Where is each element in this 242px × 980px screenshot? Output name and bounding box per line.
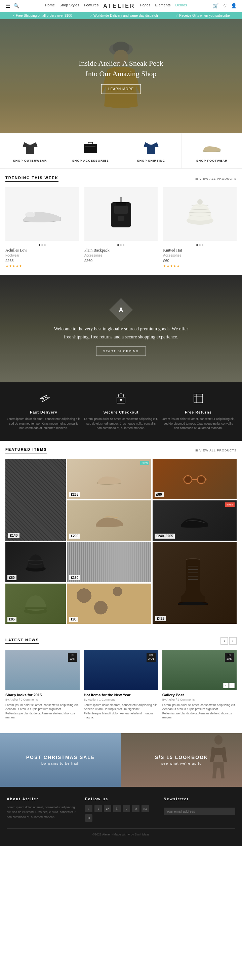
latest-news-section: LATEST NEWS ‹ › 09 JAN Sharp looks for 2… <box>0 630 242 727</box>
featured-price-8: £85 <box>7 617 16 622</box>
news-badge-2: 09 JAN <box>225 653 234 662</box>
news-article-title-0: Sharp looks for 2015 <box>5 693 80 697</box>
featured-item-4[interactable]: £240–£265 SALE <box>152 500 237 541</box>
trending-header: TRENDING THIS WEEK ⊞ VIEW ALL PRODUCTS <box>5 176 237 182</box>
social-google-plus[interactable]: g+ <box>104 805 111 812</box>
featured-item-1[interactable]: £265 NEW <box>67 459 151 499</box>
hero-title: Inside Atelier: A Sneak Peek Into Our Am… <box>79 58 163 79</box>
top-banner: ✓ Free Shipping on all orders over $100 … <box>0 12 242 19</box>
svg-rect-13 <box>118 216 124 221</box>
free-returns-icon <box>192 392 204 407</box>
product-knitted-hat[interactable]: Knitted Hat Accessories £60 ★★★★★ <box>163 187 237 268</box>
product-name-0: Achilles Low <box>5 248 79 253</box>
featured-item-8[interactable]: £85 <box>5 584 66 624</box>
banner-item-1: ✓ Worldwide Delivery and same-day dispat… <box>90 14 158 18</box>
featured-item-6[interactable]: £150 <box>67 542 151 582</box>
nav-shop-styles[interactable]: Shop Styles <box>59 3 79 9</box>
social-youtube[interactable]: yt <box>132 805 139 812</box>
social-twitter[interactable]: t <box>95 805 102 812</box>
featured-price-6: £150 <box>69 575 80 580</box>
nav-demos[interactable]: Demos <box>175 3 187 9</box>
navbar: ☰ 🔍 Home Shop Styles Features ATELIER Pa… <box>0 0 242 12</box>
menu-icon[interactable]: ☰ <box>5 3 10 9</box>
wishlist-icon[interactable]: ♡ <box>223 3 227 9</box>
news-img-0: 09 JAN <box>5 650 80 690</box>
cat-shirting[interactable]: SHOP SHIRTING <box>121 134 181 169</box>
cat-outerwear-icon <box>20 140 40 156</box>
promo-left[interactable]: POST CHRISTMAS SALE Bargains to be had! <box>0 733 121 787</box>
footer-about-text: Lorem ipsum dolor sit amet, consectetur … <box>7 805 78 819</box>
cat-accessories[interactable]: SHOP ACCESSORIES <box>61 134 121 169</box>
svg-point-36 <box>215 735 223 745</box>
social-linkedin[interactable]: in <box>113 805 121 812</box>
news-prev-button[interactable]: ‹ <box>221 637 228 644</box>
middle-banner-text: Welcome to the very best in globally sou… <box>54 325 188 341</box>
search-icon[interactable]: 🔍 <box>13 3 19 9</box>
nav-home[interactable]: Home <box>45 3 55 9</box>
product-plain-backpack[interactable]: Plain Backpack Accessories £260 <box>84 187 158 268</box>
secure-checkout-icon <box>115 392 127 407</box>
product-sub-1: Accessories <box>84 253 158 257</box>
svg-point-26 <box>198 477 204 483</box>
footer-newsletter-title: Newsletter <box>164 797 235 801</box>
category-grid: SHOP OUTERWEAR SHOP ACCESSORIES SHOP SHI… <box>0 133 242 169</box>
footer: About Atelier Lorem ipsum dolor sit amet… <box>0 787 242 846</box>
news-article-text-1: Lorem ipsum dolor sit amet, consectetur … <box>84 703 158 720</box>
nav-features[interactable]: Features <box>84 3 98 9</box>
feature-text-1: Lorem ipsum dolor sit amet, consectetur … <box>84 417 158 431</box>
news-badge-0: 09 JAN <box>68 653 77 662</box>
product-stars-0: ★★★★★ <box>5 264 79 268</box>
gallery-prev[interactable]: ‹ <box>223 683 229 688</box>
news-nav: ‹ › <box>221 637 237 644</box>
hero-learn-more-button[interactable]: LEARN MORE <box>101 84 141 94</box>
social-other[interactable]: ⊕ <box>85 814 93 822</box>
trending-view-all[interactable]: ⊞ VIEW ALL PRODUCTS <box>195 177 237 180</box>
trending-section: TRENDING THIS WEEK ⊞ VIEW ALL PRODUCTS A… <box>0 169 242 275</box>
cat-shirting-label: SHOP SHIRTING <box>137 159 165 162</box>
promo-right[interactable]: S/S 15 LOOKBOOK see what we're up to <box>121 733 242 787</box>
user-icon[interactable]: 👤 <box>231 3 237 9</box>
banner-item-0: ✓ Free Shipping on all orders over $100 <box>12 14 72 18</box>
news-article-1[interactable]: 09 JAN Hot items for the New Year By Ate… <box>84 650 158 720</box>
start-shopping-button[interactable]: START SHOPPING <box>96 347 146 356</box>
banner-item-2: ✓ Receive Gifts when you subscribe <box>175 14 229 18</box>
cat-outerwear[interactable]: SHOP OUTERWEAR <box>0 134 60 169</box>
featured-view-all[interactable]: ⊞ VIEW ALL PRODUCTS <box>195 449 237 452</box>
product-achilles-low[interactable]: Achilles Low Footwear £265 ★★★★★ <box>5 187 79 268</box>
cat-accessories-icon <box>80 140 101 156</box>
footer-newsletter: Newsletter <box>164 797 235 822</box>
footer-copyright: ©2022 Atelier - Made with ♥ by Swift Ide… <box>7 829 235 836</box>
cart-icon[interactable]: 🛒 <box>213 3 218 9</box>
nav-pages[interactable]: Pages <box>140 3 150 9</box>
feature-title-1: Secure Checkout <box>104 410 139 414</box>
promo-right-title: S/S 15 LOOKBOOK <box>155 755 208 760</box>
news-article-0[interactable]: 09 JAN Sharp looks for 2015 By Atelier /… <box>5 650 80 720</box>
featured-price-boots: £425 <box>155 616 166 621</box>
middle-banner: A Welcome to the very best in globally s… <box>0 275 242 382</box>
featured-item-0[interactable]: £140 <box>5 459 66 541</box>
news-article-2[interactable]: 09 JAN ‹ › Gallery Post By Atelier / 2 C… <box>162 650 237 720</box>
newsletter-input[interactable] <box>164 808 235 815</box>
products-grid: Achilles Low Footwear £265 ★★★★★ Plain B… <box>5 187 237 268</box>
nav-elements[interactable]: Elements <box>155 3 171 9</box>
svg-rect-19 <box>194 394 203 403</box>
featured-item-5[interactable]: £60 <box>5 542 66 582</box>
social-pinterest[interactable]: p <box>123 805 130 812</box>
featured-price-5: £60 <box>7 575 16 580</box>
svg-rect-6 <box>85 146 95 147</box>
featured-item-boots[interactable]: £425 <box>152 542 237 624</box>
featured-item-9[interactable]: £90 <box>67 584 151 624</box>
featured-item-2[interactable]: £80 <box>152 459 237 499</box>
cat-footwear[interactable]: SHOP FOOTWEAR <box>182 134 242 169</box>
social-rss[interactable]: rss <box>141 805 149 812</box>
featured-item-3[interactable]: £290 <box>67 500 151 541</box>
product-img-backpack <box>84 187 158 241</box>
svg-point-8 <box>25 212 35 217</box>
feature-free-returns: Free Returns Lorem ipsum dolor sit amet,… <box>161 392 235 431</box>
featured-price-2: £80 <box>155 492 164 497</box>
news-article-text-2: Lorem ipsum dolor sit amet, consectetur … <box>162 703 237 720</box>
gallery-next[interactable]: › <box>229 683 235 688</box>
news-article-meta-1: By Atelier / 1 Comment <box>84 698 158 701</box>
social-facebook[interactable]: f <box>85 805 93 812</box>
news-next-button[interactable]: › <box>229 637 237 644</box>
